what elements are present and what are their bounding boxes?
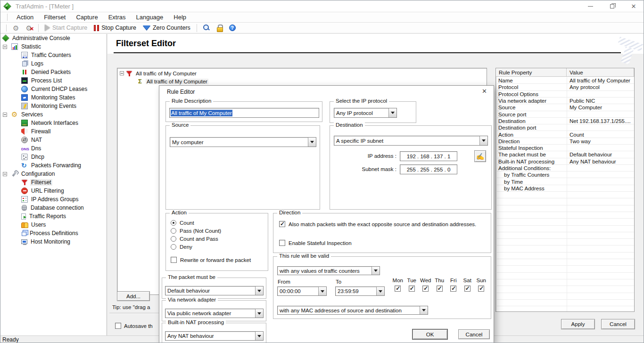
sidebar-item-traffic-reports[interactable]: Traffic Reports bbox=[0, 212, 107, 220]
dropdown-button[interactable] bbox=[376, 287, 384, 295]
to-time-select[interactable]: 23:59:59 bbox=[335, 286, 385, 296]
day-checkbox-mon[interactable] bbox=[395, 286, 401, 292]
radio-button[interactable] bbox=[171, 228, 176, 234]
property-row-source-port[interactable]: Source port bbox=[496, 111, 634, 117]
autosave-checkbox[interactable] bbox=[115, 323, 121, 329]
sidebar-item-logs[interactable]: Logs bbox=[0, 59, 107, 68]
sidebar-item-nat[interactable]: NAT bbox=[0, 136, 107, 144]
day-checkbox-wed[interactable] bbox=[422, 286, 429, 292]
property-row-destination[interactable]: DestinationNet 192.168.137.1/255.... bbox=[496, 118, 634, 124]
rewrite-checkbox[interactable] bbox=[171, 257, 177, 263]
radio-button[interactable] bbox=[171, 244, 176, 250]
column-header-value[interactable]: Value bbox=[567, 68, 634, 77]
day-checkbox-sat[interactable] bbox=[464, 286, 471, 292]
property-row-protocol-options[interactable]: Protocol Options bbox=[496, 91, 634, 98]
rewrite-option[interactable]: Rewrite or forward the packet bbox=[171, 257, 251, 263]
sidebar-item-users[interactable]: Users bbox=[0, 220, 107, 229]
ip-picker-button[interactable]: ✍ bbox=[474, 150, 486, 162]
day-checkbox-thu[interactable] bbox=[437, 286, 443, 292]
help-button[interactable]: ? bbox=[227, 24, 238, 32]
sidebar-item-packets-forwarding[interactable]: Packets Forwarding bbox=[0, 161, 107, 170]
nat-processing-select[interactable]: Any NAT behaviour bbox=[165, 331, 264, 341]
property-row-additional-conditions[interactable]: Additional Conditions: bbox=[496, 165, 634, 172]
subnet-mask-input[interactable]: 255 . 255 . 255 . 0 bbox=[400, 164, 457, 174]
sidebar-item-monitoring-states[interactable]: Monitoring States bbox=[0, 93, 107, 102]
sidebar-item-host-monitoring[interactable]: Host Monitoring bbox=[0, 237, 107, 246]
ok-button[interactable]: OK bbox=[413, 329, 447, 339]
dialog-close-icon[interactable]: ✕ bbox=[482, 88, 487, 94]
sidebar-item-monitoring-events[interactable]: Monitoring Events bbox=[0, 102, 107, 110]
property-row-built-in-nat-processing[interactable]: Built-in NAT processingAny NAT behaviour bbox=[496, 158, 634, 165]
destination-select[interactable]: A specific IP subnet bbox=[334, 136, 488, 146]
traffic-counters-select[interactable]: with any values of traffic counters bbox=[277, 266, 380, 275]
property-row-by-time[interactable]: by Time bbox=[496, 178, 634, 185]
dropdown-button[interactable] bbox=[255, 309, 263, 318]
sidebar-item-traffic-counters[interactable]: Traffic Counters bbox=[0, 51, 107, 59]
from-time-select[interactable]: 00:00:00 bbox=[277, 286, 327, 296]
stateful-checkbox[interactable] bbox=[279, 240, 285, 246]
day-checkbox-fri[interactable] bbox=[450, 286, 456, 292]
expand-toggle[interactable] bbox=[3, 45, 7, 49]
sidebar-item-denied-packets[interactable]: Denied Packets bbox=[0, 68, 107, 76]
sidebar-item-process-list[interactable]: Process List bbox=[0, 76, 107, 85]
property-row-direction[interactable]: DirectionTwo way bbox=[496, 138, 634, 145]
day-checkbox-sun[interactable] bbox=[478, 286, 484, 292]
menu-item-filterset[interactable]: Filterset bbox=[39, 13, 71, 22]
property-row-name[interactable]: NameAll traffic of My Computer bbox=[496, 77, 634, 84]
settings-button[interactable]: ⚙ bbox=[10, 24, 21, 32]
property-row-by-mac-address[interactable]: by MAC Address bbox=[496, 185, 634, 192]
dropdown-button[interactable] bbox=[308, 138, 316, 147]
add-rule-button[interactable]: Add... bbox=[117, 291, 150, 301]
radio-button[interactable] bbox=[171, 220, 176, 226]
property-row-destination-port[interactable]: Destination port bbox=[496, 124, 634, 131]
sidebar-item-url-filtering[interactable]: URL Filtering bbox=[0, 187, 107, 195]
via-adapter-select[interactable]: Via public network adapter bbox=[165, 309, 264, 318]
match-opposite-checkbox[interactable] bbox=[279, 221, 285, 227]
sidebar-item-dhcp[interactable]: Dhcp bbox=[0, 153, 107, 161]
source-select[interactable]: My computer bbox=[170, 137, 316, 147]
sidebar-item-network-interfaces[interactable]: Network Interfaces bbox=[0, 119, 107, 127]
property-row-via-network-adapter[interactable]: Via network adapterPublic NIC bbox=[496, 98, 634, 104]
sidebar-item-firewall[interactable]: Firewall bbox=[0, 127, 107, 136]
day-checkbox-tue[interactable] bbox=[409, 286, 415, 292]
menu-item-action[interactable]: Action bbox=[11, 13, 39, 22]
sidebar-item-ip-address-groups[interactable]: IP Address Groups bbox=[0, 195, 107, 204]
sidebar-item-database-connection[interactable]: Database connection bbox=[0, 204, 107, 212]
match-opposite-option[interactable]: Also match packets with the exact opposi… bbox=[279, 221, 476, 227]
sidebar-item-current-dhcp-leases[interactable]: Current DHCP Leases bbox=[0, 85, 107, 93]
ip-address-input[interactable]: 192 . 168 . 137 . 1 bbox=[400, 151, 457, 161]
menu-item-help[interactable]: Help bbox=[168, 13, 191, 22]
rule-tree-parent-row[interactable]: All traffic of My Computer bbox=[117, 69, 487, 77]
rule-description-input[interactable]: All traffic of My Computer bbox=[169, 108, 319, 118]
mac-address-select[interactable]: with any MAC addresses of source and des… bbox=[277, 306, 428, 315]
sidebar-item-services[interactable]: Services bbox=[0, 110, 107, 119]
property-row-source[interactable]: SourceMy Computer bbox=[496, 104, 634, 111]
main-cancel-button[interactable]: Cancel bbox=[601, 319, 635, 329]
apply-button[interactable]: Apply bbox=[561, 319, 595, 329]
property-row-protocol[interactable]: ProtocolAny protocol bbox=[496, 84, 634, 90]
start-capture-button[interactable]: Start Capture bbox=[42, 24, 90, 32]
action-option-pass-not-count[interactable]: Pass (Not Count) bbox=[171, 228, 221, 234]
radio-button[interactable] bbox=[171, 236, 176, 242]
zero-counters-button[interactable]: Zero Counters bbox=[140, 24, 193, 32]
sidebar-item-configuration[interactable]: Configuration bbox=[0, 170, 107, 178]
expand-toggle[interactable] bbox=[3, 172, 7, 176]
property-row-the-packet-must-be[interactable]: The packet must beDefault behaviour bbox=[496, 151, 634, 158]
dropdown-button[interactable] bbox=[255, 332, 263, 340]
rule-tree-child-row[interactable]: Σ All traffic of My Computer bbox=[117, 77, 487, 85]
menu-item-extras[interactable]: Extras bbox=[103, 13, 131, 22]
dropdown-button[interactable] bbox=[479, 136, 487, 145]
action-option-deny[interactable]: Deny bbox=[171, 244, 192, 250]
sidebar-item-process-definitions[interactable]: Process Definitions bbox=[0, 229, 107, 237]
dropdown-button[interactable] bbox=[420, 306, 428, 314]
sidebar-item-dns[interactable]: Dns bbox=[0, 144, 107, 153]
expand-toggle[interactable] bbox=[120, 71, 124, 75]
dialog-cancel-button[interactable]: Cancel bbox=[458, 329, 490, 339]
column-header-rule-property[interactable]: Rule Property bbox=[496, 68, 567, 77]
stateful-option[interactable]: Enable Stateful Inspection bbox=[279, 240, 352, 246]
packet-must-be-select[interactable]: Default behaviour bbox=[165, 286, 264, 295]
dropdown-button[interactable] bbox=[388, 108, 396, 117]
remove-service-button[interactable]: ⚙ bbox=[23, 24, 34, 32]
close-button[interactable]: ✕ bbox=[623, 0, 644, 12]
ip-protocol-select[interactable]: Any IP protocol bbox=[334, 108, 397, 118]
